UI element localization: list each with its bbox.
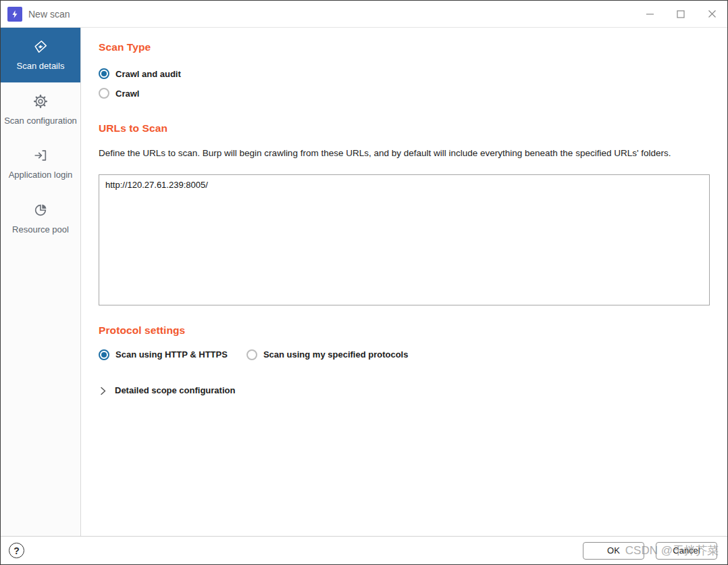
close-icon[interactable] bbox=[696, 1, 727, 27]
pie-chart-icon bbox=[33, 203, 48, 218]
ok-button[interactable]: OK bbox=[583, 542, 644, 560]
sidebar-item-scan-configuration[interactable]: Scan configuration bbox=[1, 82, 80, 137]
sidebar-item-scan-details[interactable]: Scan details bbox=[1, 28, 80, 82]
sidebar-item-label: Application login bbox=[9, 169, 73, 181]
scan-kite-icon bbox=[33, 39, 48, 54]
protocol-settings-heading: Protocol settings bbox=[99, 324, 710, 337]
help-icon[interactable]: ? bbox=[9, 543, 24, 558]
title-bar: New scan bbox=[1, 1, 727, 28]
new-scan-dialog: New scan Scan detai bbox=[0, 0, 728, 565]
urls-description: Define the URLs to scan. Burp will begin… bbox=[99, 147, 710, 160]
radio-button-selected[interactable] bbox=[99, 349, 109, 360]
dialog-body: Scan details Scan configur bbox=[1, 28, 727, 536]
radio-button-unselected[interactable] bbox=[99, 88, 109, 99]
sidebar-item-application-login[interactable]: Application login bbox=[1, 137, 80, 191]
radio-label[interactable]: Crawl and audit bbox=[115, 69, 181, 79]
radio-label[interactable]: Crawl bbox=[115, 89, 139, 99]
footer-bar: ? OK Cancel CSDN @干拌芥菜 bbox=[1, 536, 727, 564]
cancel-button[interactable]: Cancel bbox=[656, 542, 717, 560]
app-lightning-icon bbox=[7, 7, 22, 22]
scan-details-panel: Scan Type Crawl and audit Crawl URLs to … bbox=[81, 28, 727, 536]
chevron-right-icon bbox=[99, 386, 107, 395]
protocol-options: Scan using HTTP & HTTPS Scan using my sp… bbox=[99, 349, 710, 360]
window-controls bbox=[634, 1, 727, 27]
minimize-icon[interactable] bbox=[634, 1, 665, 27]
detailed-scope-label: Detailed scope configuration bbox=[115, 385, 235, 395]
sidebar-item-label: Scan configuration bbox=[4, 115, 77, 127]
footer-buttons: OK Cancel bbox=[583, 542, 717, 560]
radio-button-selected[interactable] bbox=[99, 68, 109, 79]
login-arrow-icon bbox=[33, 148, 48, 163]
sidebar: Scan details Scan configur bbox=[1, 28, 81, 536]
gear-icon bbox=[33, 94, 48, 109]
sidebar-item-label: Resource pool bbox=[12, 224, 69, 236]
radio-label[interactable]: Scan using my specified protocols bbox=[263, 349, 409, 360]
sidebar-item-resource-pool[interactable]: Resource pool bbox=[1, 191, 80, 246]
sidebar-item-label: Scan details bbox=[17, 60, 65, 72]
radio-specified-protocols[interactable]: Scan using my specified protocols bbox=[246, 349, 409, 360]
urls-to-scan-heading: URLs to Scan bbox=[99, 122, 710, 134]
scan-type-heading: Scan Type bbox=[99, 41, 710, 53]
detailed-scope-toggle[interactable]: Detailed scope configuration bbox=[99, 385, 710, 395]
maximize-icon[interactable] bbox=[665, 1, 696, 27]
radio-crawl-and-audit[interactable]: Crawl and audit bbox=[99, 68, 710, 79]
radio-crawl[interactable]: Crawl bbox=[99, 88, 710, 99]
urls-input[interactable]: http://120.27.61.239:8005/ bbox=[99, 174, 710, 305]
window-title: New scan bbox=[28, 9, 70, 20]
radio-label[interactable]: Scan using HTTP & HTTPS bbox=[115, 349, 228, 360]
radio-button-unselected[interactable] bbox=[246, 349, 257, 360]
radio-http-https[interactable]: Scan using HTTP & HTTPS bbox=[99, 349, 228, 360]
help-glyph: ? bbox=[14, 545, 20, 556]
